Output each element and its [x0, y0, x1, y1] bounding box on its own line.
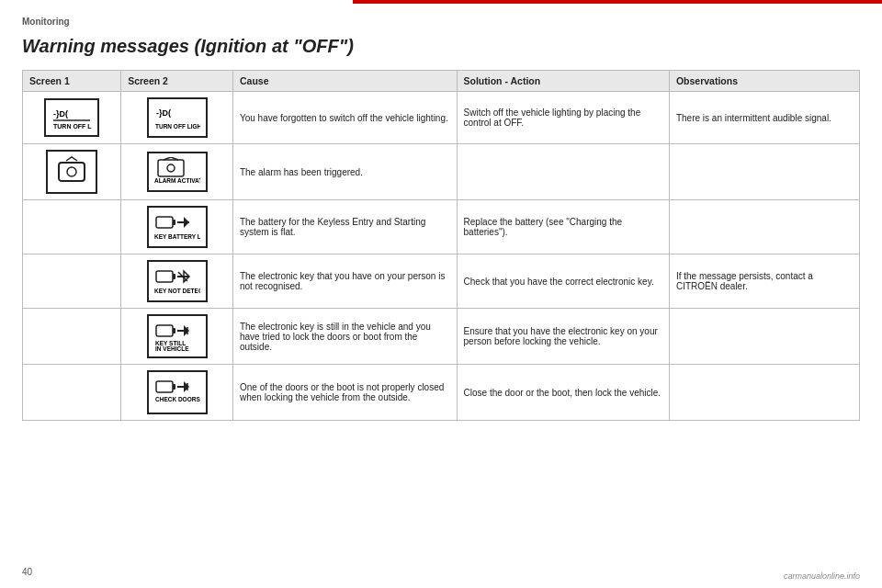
screen2-icon-box: KEY NOT DETECTED — [147, 260, 208, 302]
svg-text:TURN OFF   LIGHTS: TURN OFF LIGHTS — [53, 123, 92, 130]
observations-cell: If the message persists, contact a CITRO… — [669, 254, 859, 309]
svg-text:-}D(: -}D( — [53, 109, 68, 119]
solution-cell: Ensure that you have the electronic key … — [457, 309, 669, 365]
table-row: KEY STILL IN VEHICLE The electronic key … — [23, 309, 860, 365]
svg-rect-22 — [156, 325, 173, 336]
svg-text:KEY NOT DETECTED: KEY NOT DETECTED — [154, 288, 200, 294]
svg-text:TURN OFF LIGHTS: TURN OFF LIGHTS — [155, 123, 200, 130]
svg-rect-8 — [158, 160, 184, 176]
svg-marker-33 — [184, 381, 189, 392]
screen1-cell — [23, 365, 121, 421]
observations-cell: There is an intermittent audible signal. — [669, 92, 859, 144]
screen2-cell: -}D( TURN OFF LIGHTS — [121, 92, 233, 144]
table-row: KEY BATTERY LOW The battery for the Keyl… — [23, 200, 860, 254]
cause-cell: One of the doors or the boot is not prop… — [232, 365, 457, 421]
svg-rect-17 — [173, 274, 175, 279]
screen2-icon-box: KEY STILL IN VEHICLE — [147, 314, 208, 358]
observations-cell — [669, 200, 859, 254]
cause-cell: The electronic key is still in the vehic… — [232, 309, 457, 365]
svg-rect-11 — [156, 217, 173, 228]
col-screen1: Screen 1 — [23, 71, 121, 92]
svg-point-9 — [167, 164, 175, 172]
svg-text:KEY BATTERY LOW: KEY BATTERY LOW — [154, 233, 200, 240]
svg-point-6 — [67, 167, 76, 176]
screen2-cell: KEY BATTERY LOW — [121, 200, 233, 254]
svg-rect-23 — [173, 328, 175, 334]
screen2-cell: KEY STILL IN VEHICLE — [121, 309, 233, 365]
table-row: CHECK DOORS One of the doors or the boot… — [23, 365, 860, 421]
svg-text:CHECK DOORS: CHECK DOORS — [155, 396, 200, 402]
svg-text:-}D(: -}D( — [156, 108, 171, 118]
solution-cell: Close the door or the boot, then lock th… — [457, 365, 669, 421]
cause-cell: The alarm has been triggered. — [232, 144, 457, 200]
svg-text:IN VEHICLE: IN VEHICLE — [155, 345, 189, 351]
warning-table: Screen 1 Screen 2 Cause Solution - Actio… — [22, 70, 860, 421]
cause-cell: The electronic key that you have on your… — [232, 254, 457, 309]
section-title: Monitoring — [22, 17, 860, 27]
screen2-icon-box: ALARM ACTIVATING — [147, 152, 208, 192]
screen1-cell — [23, 254, 121, 309]
screen1-icon-box — [46, 150, 97, 194]
col-solution: Solution - Action — [457, 71, 669, 92]
page-title: Warning messages (Ignition at "OFF") — [22, 36, 860, 57]
table-row: ALARM ACTIVATING The alarm has been trig… — [23, 144, 860, 200]
svg-marker-14 — [184, 217, 189, 228]
observations-cell — [669, 365, 859, 421]
observations-cell — [669, 309, 859, 365]
solution-cell: Check that you have the correct electron… — [457, 254, 669, 309]
top-bar — [353, 0, 882, 4]
screen2-cell: KEY NOT DETECTED — [121, 254, 233, 309]
screen1-cell — [23, 309, 121, 365]
table-row: KEY NOT DETECTED The electronic key that… — [23, 254, 860, 309]
screen1-cell: -}D( TURN OFF LIGHTS — [23, 92, 121, 144]
col-cause: Cause — [232, 71, 457, 92]
solution-cell: Switch off the vehicle lighting by placi… — [457, 92, 669, 144]
svg-rect-16 — [156, 271, 173, 282]
screen2-icon-box: KEY BATTERY LOW — [147, 206, 208, 248]
solution-cell: Replace the battery (see "Charging the b… — [457, 200, 669, 254]
cause-cell: The battery for the Keyless Entry and St… — [232, 200, 457, 254]
svg-marker-26 — [184, 325, 189, 336]
screen2-icon-box: CHECK DOORS — [147, 370, 208, 414]
table-row: -}D( TURN OFF LIGHTS -}D( TURN OFF LIGHT… — [23, 92, 860, 144]
screen2-cell: CHECK DOORS — [121, 365, 233, 421]
screen1-icon-box: -}D( TURN OFF LIGHTS — [44, 98, 99, 137]
screen2-icon-box: -}D( TURN OFF LIGHTS — [147, 97, 208, 138]
screen1-cell — [23, 200, 121, 254]
svg-rect-12 — [173, 220, 175, 225]
cause-cell: You have forgotten to switch off the veh… — [232, 92, 457, 144]
svg-text:ALARM ACTIVATING: ALARM ACTIVATING — [154, 177, 200, 184]
svg-rect-5 — [59, 163, 85, 181]
svg-rect-29 — [156, 381, 173, 392]
svg-rect-30 — [173, 384, 175, 390]
screen2-cell: ALARM ACTIVATING — [121, 144, 233, 200]
observations-cell — [669, 144, 859, 200]
col-observations: Observations — [669, 71, 859, 92]
solution-cell — [457, 144, 669, 200]
screen1-cell — [23, 144, 121, 200]
col-screen2: Screen 2 — [121, 71, 233, 92]
